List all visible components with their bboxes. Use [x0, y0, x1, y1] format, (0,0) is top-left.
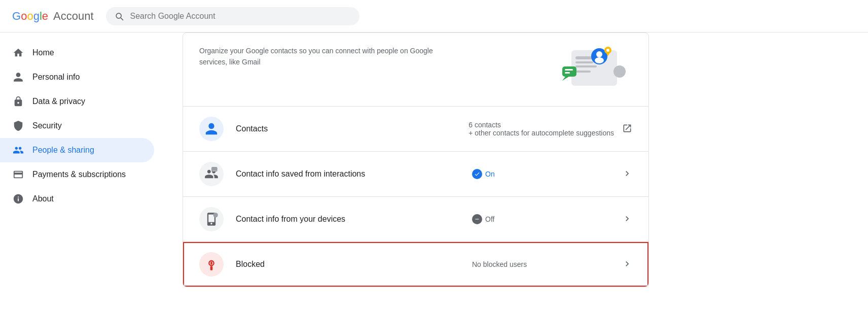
interactions-title-wrap: Contact info saved from interactions [236, 169, 472, 179]
search-input[interactable] [130, 12, 351, 21]
sidebar-item-data-privacy[interactable]: Data & privacy [0, 89, 154, 114]
sidebar-item-home-label: Home [32, 48, 54, 57]
minus-circle-icon [472, 214, 482, 224]
about-icon [12, 193, 24, 205]
contacts-icon [204, 122, 219, 136]
card-header-description: Organize your Google contacts so you can… [199, 45, 453, 68]
blocked-arrow-icon [622, 259, 632, 270]
blocked-row[interactable]: Blocked No blocked users [183, 242, 648, 287]
devices-icon [204, 212, 219, 226]
devices-title-wrap: Contact info from your devices [236, 215, 472, 224]
interactions-icon-bg: … [199, 162, 224, 186]
svg-rect-11 [562, 66, 576, 77]
blocked-icon-bg [199, 252, 224, 277]
sidebar-item-personal-label: Personal info [32, 73, 80, 82]
sidebar-item-people-label: People & sharing [32, 146, 94, 155]
devices-status-text: Off [485, 215, 494, 223]
svg-rect-20 [210, 266, 213, 270]
svg-point-7 [595, 57, 604, 63]
search-icon [114, 11, 124, 21]
svg-rect-13 [565, 69, 573, 71]
svg-point-10 [606, 49, 609, 52]
sidebar: Home Personal info Data & privacy Securi… [0, 32, 162, 311]
status-on-indicator: On [472, 169, 495, 179]
blocked-status-text: No blocked users [472, 260, 527, 268]
header: Google Account [0, 0, 868, 32]
svg-rect-14 [565, 72, 570, 74]
illustration [551, 45, 632, 96]
interactions-status: On [472, 169, 614, 179]
contacts-status-line2: + other contacts for autocomplete sugges… [468, 129, 614, 137]
svg-rect-22 [210, 262, 212, 265]
sidebar-item-about-label: About [32, 194, 54, 203]
payments-icon [12, 168, 24, 181]
contacts-icon-bg [199, 117, 224, 141]
contact-info-devices-row[interactable]: Contact info from your devices Off [183, 197, 648, 242]
status-off-indicator: Off [472, 214, 494, 224]
svg-point-18 [213, 213, 218, 217]
account-wordmark: Account [53, 10, 94, 23]
contacts-title: Contacts [236, 124, 268, 133]
blocked-title: Blocked [236, 260, 265, 268]
sidebar-item-data-label: Data & privacy [32, 97, 85, 106]
sidebar-item-security-label: Security [32, 121, 62, 130]
page-layout: Home Personal info Data & privacy Securi… [0, 32, 868, 311]
google-account-logo[interactable]: Google Account [12, 10, 94, 23]
devices-status: Off [472, 214, 614, 224]
svg-point-15 [613, 65, 626, 78]
main-content: Organize your Google contacts so you can… [162, 32, 669, 311]
interactions-title: Contact info saved from interactions [236, 169, 365, 178]
interactions-arrow-icon [622, 168, 632, 180]
devices-title: Contact info from your devices [236, 215, 345, 223]
external-link-icon [622, 123, 632, 135]
svg-marker-12 [562, 77, 569, 81]
interactions-status-text: On [485, 170, 495, 178]
svg-rect-4 [575, 71, 591, 73]
person-icon [12, 71, 24, 83]
blocked-icon [204, 257, 219, 271]
sidebar-item-home[interactable]: Home [0, 41, 154, 65]
check-circle-icon [472, 169, 482, 179]
interactions-icon: … [204, 167, 219, 181]
sidebar-item-personal-info[interactable]: Personal info [0, 65, 154, 89]
sidebar-item-about[interactable]: About [0, 187, 154, 211]
devices-arrow-icon [622, 214, 632, 225]
blocked-title-wrap: Blocked [236, 260, 472, 269]
svg-rect-3 [575, 65, 597, 67]
google-wordmark: Google [12, 10, 48, 23]
contacts-title-wrap: Contacts [236, 124, 468, 133]
sidebar-item-people-sharing[interactable]: People & sharing [0, 138, 154, 162]
people-sharing-card: Organize your Google contacts so you can… [183, 32, 649, 287]
security-icon [12, 120, 24, 132]
contacts-row[interactable]: Contacts 6 contacts + other contacts for… [183, 107, 648, 152]
contacts-status: 6 contacts + other contacts for autocomp… [468, 121, 614, 137]
svg-rect-2 [575, 61, 593, 63]
search-bar[interactable] [106, 7, 359, 25]
svg-point-6 [596, 51, 602, 57]
home-icon [12, 47, 24, 59]
blocked-status-wrap: No blocked users [472, 260, 614, 268]
contact-info-interactions-row[interactable]: … Contact info saved from interactions O… [183, 152, 648, 197]
svg-text:…: … [212, 167, 216, 172]
sidebar-item-payments[interactable]: Payments & subscriptions [0, 162, 154, 187]
people-icon [12, 144, 24, 156]
sidebar-item-security[interactable]: Security [0, 114, 154, 138]
card-header: Organize your Google contacts so you can… [183, 33, 648, 107]
privacy-icon [12, 95, 24, 108]
devices-icon-bg [199, 207, 224, 231]
sidebar-item-payments-label: Payments & subscriptions [32, 170, 126, 179]
contacts-status-line1: 6 contacts [468, 121, 614, 129]
